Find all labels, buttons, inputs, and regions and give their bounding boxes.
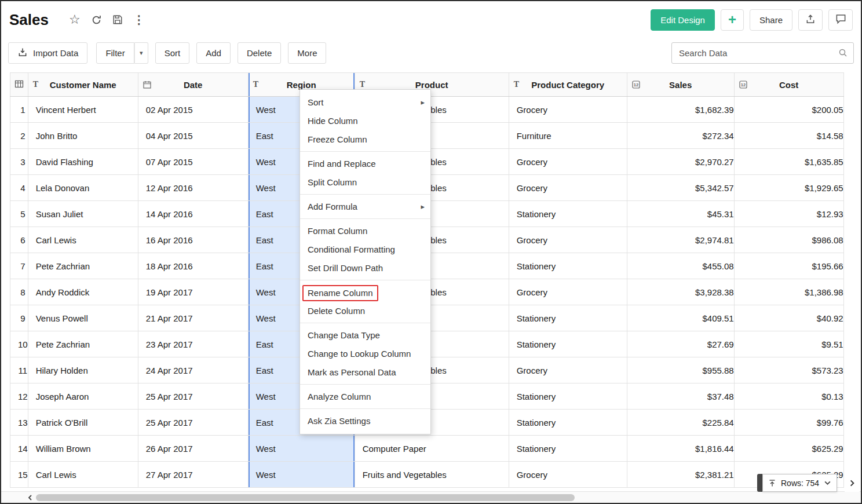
- sort-button[interactable]: Sort: [155, 42, 190, 64]
- cell-date[interactable]: 25 Apr 2017: [138, 410, 248, 436]
- import-data-button[interactable]: Import Data: [8, 42, 87, 64]
- cell-product-category[interactable]: Stationery: [509, 305, 627, 331]
- cell-product-category[interactable]: Stationery: [509, 331, 627, 357]
- row-number[interactable]: 3: [10, 149, 28, 175]
- cell-sales[interactable]: $225.84: [627, 410, 734, 436]
- menu-item-set-drill-down-path[interactable]: Set Drill Down Path: [300, 259, 430, 277]
- add-button[interactable]: Add: [196, 42, 231, 64]
- menu-item-analyze-column[interactable]: Analyze Column: [300, 388, 430, 406]
- comments-button[interactable]: [828, 9, 853, 31]
- cell-customer-name[interactable]: John Britto: [28, 123, 138, 149]
- cell-product-category[interactable]: Stationery: [509, 253, 627, 279]
- cell-product-category[interactable]: Grocery: [509, 462, 627, 488]
- cell-customer-name[interactable]: William Brown: [28, 436, 138, 462]
- cell-cost[interactable]: $14.58: [734, 123, 843, 149]
- cell-customer-name[interactable]: Patrick O'Brill: [28, 410, 138, 436]
- cell-date[interactable]: 21 Apr 2017: [138, 305, 248, 331]
- cell-product-category[interactable]: Grocery: [509, 227, 627, 253]
- cell-customer-name[interactable]: Joseph Aaron: [28, 384, 138, 410]
- horizontal-scrollbar[interactable]: [1, 491, 861, 503]
- cell-date[interactable]: 02 Apr 2015: [138, 97, 248, 123]
- cell-cost[interactable]: $200.05: [734, 97, 843, 123]
- cell-product-category[interactable]: Grocery: [509, 357, 627, 384]
- cell-product-category[interactable]: Grocery: [509, 279, 627, 305]
- cell-product-category[interactable]: Grocery: [509, 175, 627, 201]
- cell-sales[interactable]: $1,816.44: [627, 436, 734, 462]
- scroll-to-top-icon[interactable]: [768, 479, 776, 487]
- row-number[interactable]: 6: [10, 227, 28, 253]
- cell-date[interactable]: 14 Apr 2016: [138, 201, 248, 227]
- cell-sales[interactable]: $5,342.57: [627, 175, 734, 201]
- cell-sales[interactable]: $272.34: [627, 123, 734, 149]
- menu-item-freeze-column[interactable]: Freeze Column: [300, 130, 430, 149]
- menu-item-add-formula[interactable]: Add Formula ▸: [300, 198, 430, 216]
- menu-item-conditional-formatting[interactable]: Conditional Formatting: [300, 240, 430, 259]
- cell-sales[interactable]: $955.88: [627, 357, 734, 384]
- cell-product[interactable]: Fruits and Vegetables: [355, 462, 509, 488]
- cell-product-category[interactable]: Grocery: [509, 149, 627, 175]
- cell-date[interactable]: 19 Apr 2017: [138, 279, 248, 305]
- cell-cost[interactable]: $1,386.98: [734, 279, 843, 305]
- row-number[interactable]: 7: [10, 253, 28, 279]
- column-header-sales[interactable]: 12Sales: [627, 73, 734, 97]
- search-input[interactable]: [678, 48, 838, 59]
- cell-cost[interactable]: $40.92: [734, 305, 843, 331]
- menu-item-hide-column[interactable]: Hide Column: [300, 112, 430, 130]
- row-number[interactable]: 8: [10, 279, 28, 305]
- menu-item-format-column[interactable]: Format Column: [300, 222, 430, 240]
- cell-product-category[interactable]: Stationery: [509, 436, 627, 462]
- column-header-product-category[interactable]: TProduct Category: [509, 73, 627, 97]
- cell-cost[interactable]: $986.08: [734, 227, 843, 253]
- menu-item-rename-column[interactable]: Rename Column: [300, 283, 430, 302]
- scroll-left-arrow-icon[interactable]: [25, 493, 35, 502]
- scroll-right-arrow-icon[interactable]: [845, 474, 860, 492]
- column-header-customer-name[interactable]: TCustomer Name: [28, 73, 138, 97]
- cell-date[interactable]: 23 Apr 2017: [138, 331, 248, 357]
- export-button[interactable]: [798, 9, 823, 31]
- select-all-header[interactable]: [10, 73, 28, 97]
- row-number[interactable]: 9: [10, 305, 28, 331]
- row-number[interactable]: 14: [10, 436, 28, 462]
- cell-product-category[interactable]: Stationery: [509, 384, 627, 410]
- more-options-kebab-icon[interactable]: ⋮: [133, 13, 145, 27]
- cell-date[interactable]: 12 Apr 2016: [138, 175, 248, 201]
- cell-sales[interactable]: $1,682.39: [627, 97, 734, 123]
- chevron-down-icon[interactable]: [824, 479, 831, 487]
- cell-cost[interactable]: $0.13: [734, 384, 843, 410]
- cell-customer-name[interactable]: Carl Lewis: [28, 227, 138, 253]
- cell-cost[interactable]: $195.66: [734, 253, 843, 279]
- cell-product-category[interactable]: Stationery: [509, 410, 627, 436]
- cell-cost[interactable]: $12.93: [734, 201, 843, 227]
- cell-product[interactable]: Computer Paper: [355, 436, 509, 462]
- row-number[interactable]: 12: [10, 384, 28, 410]
- cell-date[interactable]: 27 Apr 2017: [138, 462, 248, 488]
- cell-sales[interactable]: $455.08: [627, 253, 734, 279]
- cell-cost[interactable]: $1,635.85: [734, 149, 843, 175]
- cell-customer-name[interactable]: Susan Juliet: [28, 201, 138, 227]
- scrollbar-thumb[interactable]: [36, 494, 575, 501]
- cell-sales[interactable]: $3,928.38: [627, 279, 734, 305]
- menu-item-mark-as-personal-data[interactable]: Mark as Personal Data: [300, 363, 430, 382]
- menu-item-change-to-lookup-column[interactable]: Change to Lookup Column: [300, 345, 430, 363]
- cell-product-category[interactable]: Stationery: [509, 201, 627, 227]
- cell-date[interactable]: 16 Apr 2016: [138, 227, 248, 253]
- delete-button[interactable]: Delete: [238, 42, 281, 64]
- row-number[interactable]: 1: [10, 97, 28, 123]
- refresh-icon[interactable]: [91, 14, 102, 25]
- cell-sales[interactable]: $409.51: [627, 305, 734, 331]
- menu-item-sort[interactable]: Sort ▸: [300, 93, 430, 112]
- cell-customer-name[interactable]: David Flashing: [28, 149, 138, 175]
- menu-item-split-column[interactable]: Split Column: [300, 173, 430, 192]
- favorite-star-icon[interactable]: ☆: [69, 12, 81, 27]
- cell-product-category[interactable]: Furniture: [509, 123, 627, 149]
- more-button[interactable]: More: [288, 42, 326, 64]
- widget-collapse-tab[interactable]: [757, 474, 762, 492]
- cell-customer-name[interactable]: Andy Roddick: [28, 279, 138, 305]
- cell-customer-name[interactable]: Pete Zachrian: [28, 331, 138, 357]
- menu-item-ask-zia-settings[interactable]: Ask Zia Settings: [300, 412, 430, 430]
- row-number[interactable]: 15: [10, 462, 28, 488]
- menu-item-change-data-type[interactable]: Change Data Type: [300, 326, 430, 345]
- save-icon[interactable]: [112, 14, 123, 25]
- cell-sales[interactable]: $2,970.27: [627, 149, 734, 175]
- row-number[interactable]: 13: [10, 410, 28, 436]
